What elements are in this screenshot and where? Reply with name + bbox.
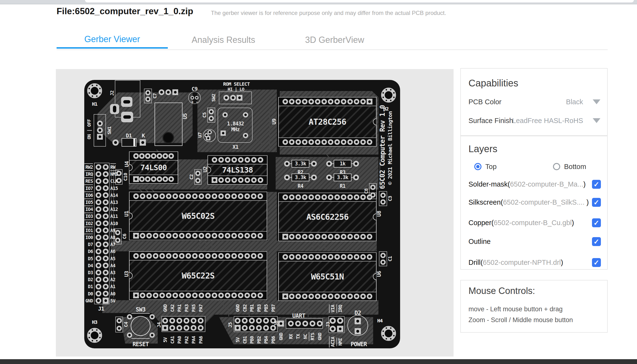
svg-text:HI | LO: HI | LO xyxy=(228,87,244,92)
gerber-canvas[interactable]: H1H2H3H474LS00U474LS138U2AT28C256U9W65C0… xyxy=(56,69,454,356)
svg-text:RW2: RW2 xyxy=(86,164,93,170)
pcb-ic-U1: W65C02SU1 xyxy=(124,192,267,240)
svg-text:IO4: IO4 xyxy=(86,206,93,212)
svg-text:AT28C256: AT28C256 xyxy=(309,117,346,127)
mouse-controls-title: Mouse Controls: xyxy=(468,286,535,296)
tab-gerber-viewer[interactable]: Gerber Viewer xyxy=(56,31,168,49)
svg-text:D1: D1 xyxy=(88,284,93,289)
pcb-ic-U3: W65C22SU3 xyxy=(124,252,267,300)
svg-text:UART: UART xyxy=(292,312,305,319)
tab-analysis-results[interactable]: Analysis Results xyxy=(168,31,279,49)
svg-text:65C02 Computer Rev 1.0: 65C02 Computer Rev 1.0 xyxy=(378,105,386,189)
svg-text:A3: A3 xyxy=(110,270,115,275)
radio-bottom-icon[interactable] xyxy=(553,163,560,170)
svg-text:PB3: PB3 xyxy=(256,304,262,312)
capabilities-title: Capabilities xyxy=(468,78,518,88)
svg-text:U7: U7 xyxy=(197,132,203,138)
check-icon: ✓ xyxy=(594,238,599,246)
svg-text:U5: U5 xyxy=(182,114,188,120)
svg-text:SW2: SW2 xyxy=(211,94,216,102)
svg-text:RX: RX xyxy=(288,334,294,339)
svg-text:C8: C8 xyxy=(363,188,369,194)
svg-text:D5: D5 xyxy=(88,256,93,261)
layer-checkbox-drill[interactable]: ✓ xyxy=(592,258,601,267)
radio-bottom[interactable]: Bottom xyxy=(553,162,586,172)
surface-finish-dropdown-icon[interactable] xyxy=(593,118,600,123)
svg-text:C2: C2 xyxy=(188,174,194,180)
svg-text:PB4: PB4 xyxy=(263,336,269,344)
svg-text:74LS138: 74LS138 xyxy=(222,166,253,174)
svg-text:5V: 5V xyxy=(235,337,240,342)
svg-text:H1: H1 xyxy=(92,101,98,107)
capabilities-panel: Capabilities PCB Color Black Surface Fin… xyxy=(460,68,608,136)
layer-checkbox-copper[interactable]: ✓ xyxy=(592,218,601,227)
svg-text:K: K xyxy=(142,133,145,139)
mouse-controls-panel: Mouse Controls: move - Left mouse button… xyxy=(460,280,608,333)
svg-text:ROM SELECT: ROM SELECT xyxy=(223,81,250,87)
svg-text:CB2: CB2 xyxy=(242,304,248,312)
svg-text:C7: C7 xyxy=(152,93,158,98)
svg-text:RESET: RESET xyxy=(132,341,149,348)
svg-text:C3: C3 xyxy=(387,196,393,201)
svg-text:MHz: MHz xyxy=(231,127,240,132)
svg-text:IRQ: IRQ xyxy=(338,305,343,312)
surface-finish-value[interactable]: LeadFree HASL-RoHS xyxy=(512,117,583,125)
svg-text:GND: GND xyxy=(162,304,168,312)
layer-checkbox-silkscreen[interactable]: ✓ xyxy=(592,198,601,207)
svg-text:PA4: PA4 xyxy=(191,336,196,344)
svg-text:A0: A0 xyxy=(110,291,115,296)
svg-text:1k: 1k xyxy=(340,161,346,166)
file-title: File:6502_computer_rev_1_0.zip xyxy=(56,6,193,16)
layer-checkbox-solder-mask[interactable]: ✓ xyxy=(592,180,601,189)
svg-text:+ -: + - xyxy=(191,100,198,104)
svg-text:J4: J4 xyxy=(156,322,162,328)
layer-row-solder-mask: Solder-mask(6502-computer-B_Ma...) ✓ xyxy=(468,180,601,190)
svg-text:D4: D4 xyxy=(88,263,93,268)
svg-text:D7: D7 xyxy=(88,242,93,247)
svg-text:IO7: IO7 xyxy=(86,186,93,191)
svg-text:D2: D2 xyxy=(354,310,361,316)
layer-checkbox-outline[interactable]: ✓ xyxy=(592,237,601,246)
tab-3d-gerberview[interactable]: 3D GerberView xyxy=(279,31,390,49)
svg-text:U8: U8 xyxy=(376,211,382,217)
svg-text:H4: H4 xyxy=(377,318,383,324)
svg-text:AS6C62256: AS6C62256 xyxy=(306,212,348,222)
svg-text:IO5: IO5 xyxy=(86,200,93,205)
svg-text:R4: R4 xyxy=(298,183,303,189)
check-icon: ✓ xyxy=(594,180,599,188)
svg-text:A4: A4 xyxy=(110,263,115,268)
check-icon: ✓ xyxy=(594,219,599,227)
svg-text:GND: GND xyxy=(86,298,93,303)
pcb-color-label: PCB Color xyxy=(468,98,502,106)
svg-text:W65C02S: W65C02S xyxy=(182,211,214,221)
svg-text:A15: A15 xyxy=(110,186,118,191)
svg-text:U4: U4 xyxy=(124,161,130,167)
svg-text:C4: C4 xyxy=(123,322,129,327)
pcb-color-dropdown-icon[interactable] xyxy=(593,100,600,104)
svg-text:PA1: PA1 xyxy=(177,304,182,312)
pcb-render[interactable]: H1H2H3H474LS00U474LS138U2AT28C256U9W65C0… xyxy=(84,80,400,348)
svg-text:ON | OFF: ON | OFF xyxy=(86,119,92,140)
svg-text:D2: D2 xyxy=(88,277,93,282)
pcb-ic-U8: AS6C62256U8 xyxy=(278,193,382,241)
layer-row-copper: Copper(6502-computer-B_Cu.gbl) ✓ xyxy=(468,218,601,229)
svg-text:PB2: PB2 xyxy=(256,336,262,344)
layer-row-drill: Drill(6502-computer-NPTH.drl) ✓ xyxy=(468,258,601,269)
svg-text:H3: H3 xyxy=(92,319,97,325)
radio-top-icon[interactable] xyxy=(474,163,482,170)
svg-text:U6: U6 xyxy=(376,271,382,277)
pcb-color-value[interactable]: Black xyxy=(566,98,583,106)
svg-text:W65C22S: W65C22S xyxy=(182,271,214,280)
svg-text:C10: C10 xyxy=(122,173,128,181)
svg-text:VIA: VIA xyxy=(330,304,335,312)
svg-text:IO3: IO3 xyxy=(86,214,93,219)
radio-top[interactable]: Top xyxy=(474,162,497,172)
svg-text:R1: R1 xyxy=(340,183,346,189)
svg-text:U9: U9 xyxy=(271,119,277,125)
layers-panel: Layers Top Bottom Solder-mask(6502-compu… xyxy=(460,136,608,270)
svg-text:D1: D1 xyxy=(126,133,132,139)
browser-omnibox[interactable] xyxy=(85,0,634,2)
svg-text:RES: RES xyxy=(86,178,93,184)
svg-text:3.3k: 3.3k xyxy=(337,174,348,180)
svg-text:U3: U3 xyxy=(124,271,130,277)
